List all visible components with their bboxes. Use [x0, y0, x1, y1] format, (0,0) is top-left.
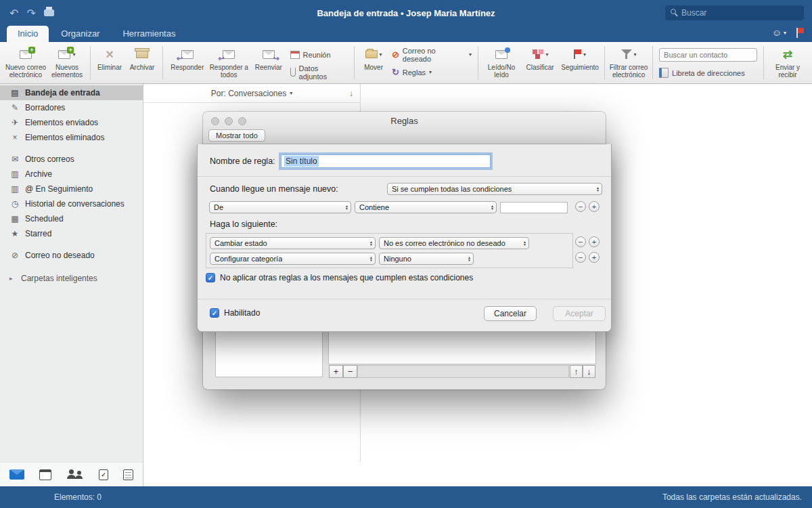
mail-module-button[interactable] — [9, 469, 24, 480]
message-list-sort-header[interactable]: Por: Conversaciones ▾ ↓ — [143, 84, 360, 103]
meeting-button[interactable]: Reunión — [290, 48, 348, 61]
redo-icon[interactable]: ↷ — [26, 7, 35, 20]
ribbon-stack-meeting: Reunión Datos adjuntos — [288, 43, 351, 79]
archive-button[interactable]: Archivar — [125, 43, 159, 71]
delete-button[interactable]: × Eliminar — [94, 43, 125, 71]
send-receive-label: Enviar y recibir — [767, 64, 808, 79]
search-box[interactable] — [665, 5, 804, 20]
folder-icon: ▥ — [9, 184, 20, 194]
remove-condition-button[interactable]: − — [575, 201, 586, 212]
condition-operator-popup[interactable]: Contiene ▲▼ — [355, 201, 497, 213]
accept-button[interactable]: Aceptar — [553, 306, 606, 321]
disclosure-triangle-icon[interactable]: ▸ — [9, 275, 16, 282]
notes-module-button[interactable] — [123, 469, 133, 480]
new-items-button[interactable]: +▾ Nuevos elementos — [47, 43, 87, 79]
sidebar-item-starred[interactable]: ★ Starred — [0, 226, 143, 241]
rule-name-input[interactable]: Sin título — [281, 154, 491, 168]
sidebar-item-followup[interactable]: ▥ @ En Seguimiento — [0, 182, 143, 196]
new-email-label: Nuevo correo electrónico — [4, 64, 47, 79]
forward-icon: ↪ — [263, 50, 275, 59]
categorize-button[interactable]: ▾ Clasificar — [521, 43, 559, 71]
forward-button[interactable]: ↪ Reenviar — [250, 43, 288, 71]
action1-value-popup[interactable]: No es correo electrónico no deseado ▲▼ — [379, 237, 529, 249]
move-rule-down-button[interactable]: ↓ — [583, 365, 595, 378]
junk-button[interactable]: ⊘ Correo no deseado ▾ — [392, 48, 472, 61]
remove-action-button[interactable]: − — [575, 236, 586, 247]
history-icon: ◷ — [9, 199, 20, 209]
add-action-button[interactable]: + — [589, 252, 600, 263]
move-button[interactable]: ▾ Mover — [358, 43, 389, 71]
sidebar-item-sent[interactable]: ✈ Elementos enviados — [0, 115, 143, 130]
tab-inicio[interactable]: Inicio — [7, 26, 49, 42]
attachments-button[interactable]: Datos adjuntos — [290, 66, 348, 79]
read-unread-button[interactable]: Leído/No leído — [482, 43, 521, 79]
sidebar-item-smart-folders[interactable]: ▸ Carpetas inteligentes — [0, 271, 143, 286]
sidebar-item-scheduled[interactable]: ▦ Scheduled — [0, 211, 143, 226]
rule-name-label: Nombre de regla: — [210, 156, 275, 166]
action1-type-popup[interactable]: Cambiar estado ▲▼ — [210, 237, 376, 249]
read-unread-icon — [495, 50, 508, 59]
enabled-checkbox[interactable]: ✓ — [210, 308, 219, 318]
stop-processing-checkbox[interactable]: ✓ — [206, 273, 215, 282]
reply-button[interactable]: ↩ Responder — [166, 43, 208, 71]
sidebar-item-inbox[interactable]: ▤ Bandeja de entrada — [0, 85, 143, 100]
calendar-module-button[interactable] — [39, 469, 51, 480]
sidebar-item-label: Elementos eliminados — [25, 133, 104, 142]
add-condition-button[interactable]: + — [589, 201, 600, 212]
cancel-button[interactable]: Cancelar — [484, 306, 537, 321]
flag-icon[interactable] — [796, 28, 804, 38]
add-action-button[interactable]: + — [589, 236, 600, 247]
rules-window-titlebar: Reglas Mostrar todo — [203, 112, 606, 144]
sidebar-item-conversation-history[interactable]: ◷ Historial de conversaciones — [0, 196, 143, 211]
send-receive-button[interactable]: ⇄ Enviar y recibir — [767, 43, 808, 79]
rules-button[interactable]: ↻ Reglas ▾ — [392, 66, 472, 79]
tab-organizar[interactable]: Organizar — [50, 26, 110, 42]
ribbon-separator — [90, 46, 91, 79]
star-icon: ★ — [9, 229, 20, 238]
address-book-button[interactable]: Libreta de direcciones — [659, 66, 757, 79]
rules-icon: ↻ — [392, 67, 399, 77]
match-conditions-popup[interactable]: Si se cumplen todas las condiciones ▲▼ — [387, 183, 602, 195]
feedback-smiley-button[interactable]: ☺ ▾ — [772, 27, 786, 38]
folder-sidebar: ▤ Bandeja de entrada ✎ Borradores ✈ Elem… — [0, 84, 143, 462]
search-icon — [671, 9, 676, 14]
new-email-button[interactable]: + Nuevo correo electrónico — [4, 43, 47, 79]
people-module-button[interactable] — [66, 469, 84, 480]
plus-badge-icon: + — [67, 47, 74, 54]
sidebar-item-archive[interactable]: ▥ Archive — [0, 167, 143, 182]
tasks-module-button[interactable]: ✓ — [99, 469, 108, 480]
move-rule-up-button[interactable]: ↑ — [570, 365, 583, 378]
paperclip-icon — [290, 68, 296, 77]
sort-direction-icon[interactable]: ↓ — [349, 89, 353, 98]
sidebar-item-deleted[interactable]: × Elementos eliminados — [0, 130, 143, 145]
archive-icon — [136, 50, 148, 58]
sidebar-item-drafts[interactable]: ✎ Borradores — [0, 100, 143, 115]
reply-all-button[interactable]: ↩ Responder a todos — [208, 43, 250, 79]
add-rule-button[interactable]: + — [329, 365, 343, 378]
sent-icon: ✈ — [9, 118, 20, 127]
sidebar-item-other-mail[interactable]: ✉ Otros correos — [0, 152, 143, 167]
show-all-button[interactable]: Mostrar todo — [208, 129, 265, 142]
condition-field-popup[interactable]: De ▲▼ — [209, 201, 351, 213]
sidebar-item-label: Archive — [25, 169, 52, 179]
action2-type-popup[interactable]: Configurar categoría ▲▼ — [210, 253, 376, 265]
meeting-label: Reunión — [303, 51, 331, 59]
condition-value-input[interactable] — [500, 202, 568, 213]
stop-processing-row: ✓ No aplicar otras reglas a los mensajes… — [206, 273, 473, 282]
tab-herramientas[interactable]: Herramientas — [112, 26, 186, 42]
remove-action-button[interactable]: − — [575, 252, 586, 263]
filter-email-button[interactable]: ▾ Filtrar correo electrónico — [608, 43, 649, 79]
print-icon[interactable] — [44, 9, 54, 16]
address-book-icon — [659, 68, 669, 78]
undo-icon[interactable]: ↶ — [9, 7, 18, 20]
action2-value-popup[interactable]: Ninguno ▲▼ — [379, 253, 474, 265]
remove-rule-button[interactable]: − — [343, 365, 357, 378]
sidebar-item-junk[interactable]: ⊘ Correo no deseado — [0, 248, 143, 263]
search-input[interactable] — [665, 5, 804, 20]
junk-icon: ⊘ — [9, 251, 20, 260]
follow-up-button[interactable]: ▾ Seguimiento — [559, 43, 601, 71]
categorize-icon — [532, 49, 544, 59]
ribbon-stack-junk: ⊘ Correo no deseado ▾ ↻ Reglas ▾ — [389, 43, 474, 79]
find-contact-input[interactable] — [659, 48, 757, 62]
chevron-down-icon: ▾ — [634, 51, 637, 58]
